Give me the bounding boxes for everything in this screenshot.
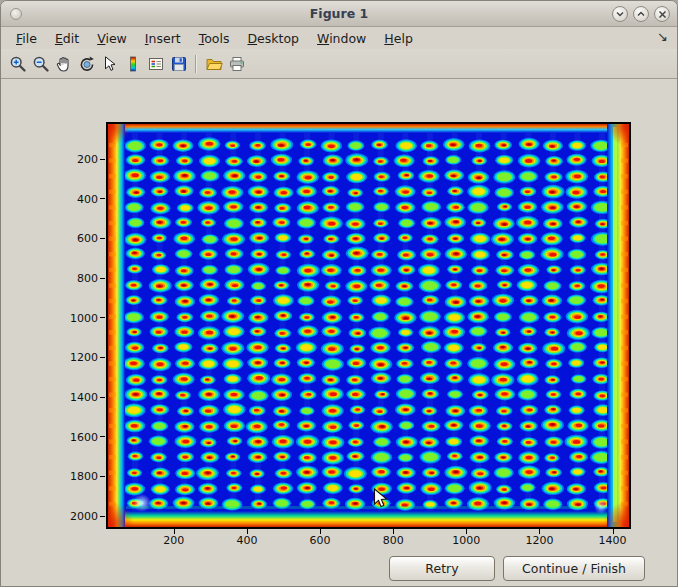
y-tick-label: 1400	[70, 391, 98, 404]
menu-window[interactable]: Window	[308, 29, 375, 48]
titlebar[interactable]: Figure 1	[1, 1, 677, 27]
y-tick-mark	[100, 159, 105, 160]
y-tick-label: 800	[77, 272, 98, 285]
y-tick-mark	[100, 238, 105, 239]
close-button[interactable]	[654, 6, 670, 22]
menu-tools[interactable]: Tools	[190, 29, 239, 48]
window-title: Figure 1	[1, 6, 677, 21]
y-tick-label: 1200	[70, 351, 98, 364]
menu-file[interactable]: File	[7, 29, 46, 48]
x-tick-label: 1000	[452, 534, 480, 547]
open-folder-icon	[205, 55, 223, 73]
retry-button[interactable]: Retry	[389, 556, 495, 581]
y-tick-mark	[100, 317, 105, 318]
zoom-out-icon	[32, 55, 50, 73]
y-tick-label: 200	[77, 153, 98, 166]
y-tick-mark	[100, 198, 105, 199]
save-figure-button[interactable]	[167, 52, 190, 75]
y-tick-mark	[100, 516, 105, 517]
x-tick-label: 600	[310, 534, 331, 547]
y-tick-label: 1600	[70, 430, 98, 443]
menu-insert[interactable]: Insert	[136, 29, 190, 48]
pan-hand-icon	[55, 55, 73, 73]
data-cursor-button[interactable]	[98, 52, 121, 75]
insert-legend-button[interactable]	[144, 52, 167, 75]
x-tick-label: 200	[163, 534, 184, 547]
y-tick-mark	[100, 397, 105, 398]
rotate-3d-icon	[78, 55, 96, 73]
y-tick-mark	[100, 476, 105, 477]
y-tick-label: 1000	[70, 311, 98, 324]
rotate-3d-button[interactable]	[75, 52, 98, 75]
menu-help[interactable]: Help	[375, 29, 422, 48]
plot-axes[interactable]: 2004006008001000120014002004006008001000…	[106, 122, 631, 529]
window-menu-icon[interactable]	[10, 8, 22, 20]
zoom-in-button[interactable]	[6, 52, 29, 75]
save-icon	[170, 55, 188, 73]
print-icon	[228, 55, 246, 73]
toolbar-separator	[195, 55, 197, 73]
legend-icon	[147, 55, 165, 73]
menu-desktop[interactable]: Desktop	[238, 29, 308, 48]
y-tick-label: 400	[77, 192, 98, 205]
y-tick-label: 2000	[70, 510, 98, 523]
y-tick-mark	[100, 357, 105, 358]
minimize-button[interactable]	[612, 6, 628, 22]
menubar: File Edit View Insert Tools Desktop Wind…	[1, 28, 677, 49]
zoom-out-button[interactable]	[29, 52, 52, 75]
dock-figure-icon[interactable]: ↘	[657, 30, 668, 43]
chevron-down-icon	[615, 10, 625, 18]
colorbar-icon	[124, 55, 142, 73]
heatmap-image[interactable]	[108, 124, 629, 527]
y-tick-label: 600	[77, 232, 98, 245]
x-tick-label: 400	[236, 534, 257, 547]
y-tick-label: 1800	[70, 470, 98, 483]
data-cursor-icon	[101, 55, 119, 73]
maximize-button[interactable]	[633, 6, 649, 22]
menu-view[interactable]: View	[88, 29, 136, 48]
insert-colorbar-button[interactable]	[121, 52, 144, 75]
continue-finish-button[interactable]: Continue / Finish	[503, 556, 645, 581]
x-tick-label: 1200	[525, 534, 553, 547]
y-tick-mark	[100, 278, 105, 279]
x-tick-label: 1400	[599, 534, 627, 547]
print-figure-button[interactable]	[225, 52, 248, 75]
menu-edit[interactable]: Edit	[46, 29, 88, 48]
pan-button[interactable]	[52, 52, 75, 75]
open-file-button[interactable]	[202, 52, 225, 75]
window-controls	[612, 6, 670, 22]
close-icon	[658, 10, 667, 19]
x-tick-label: 800	[383, 534, 404, 547]
figure-window: Figure 1 File Edit View Insert Tools Des…	[0, 0, 678, 587]
y-tick-mark	[100, 436, 105, 437]
chevron-up-icon	[636, 10, 646, 18]
figure-toolbar	[1, 49, 677, 79]
zoom-in-icon	[9, 55, 27, 73]
